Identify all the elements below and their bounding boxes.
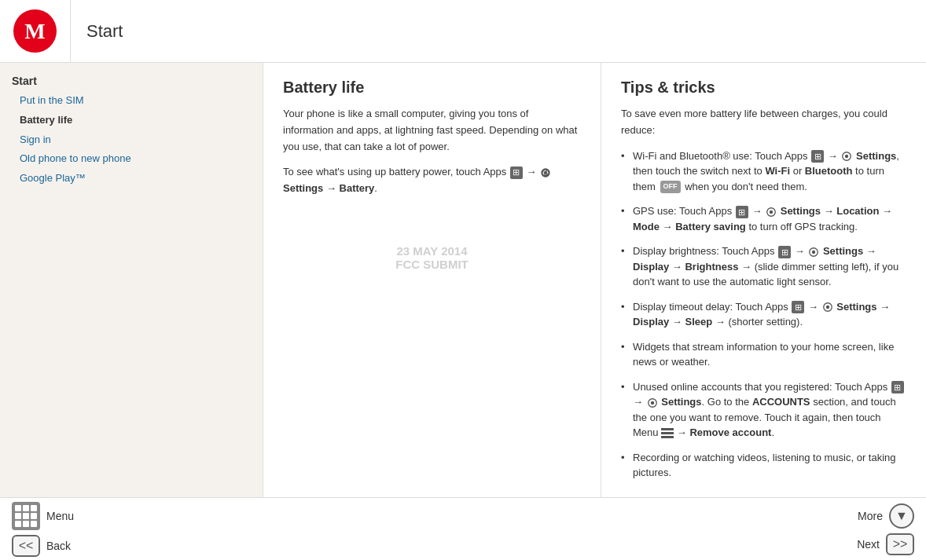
content-area: Battery life Your phone is like a small … (263, 63, 926, 497)
next-label: Next (857, 538, 880, 551)
grid-dot (23, 505, 29, 511)
menu-label: Menu (46, 510, 74, 522)
grid-dot (23, 513, 29, 519)
battery-para1: Your phone is like a small computer, giv… (283, 106, 581, 155)
motorola-m-letter: M (24, 19, 45, 44)
grid-dot (31, 521, 37, 527)
sidebar-item-google-play[interactable]: Google Play™ (12, 169, 255, 188)
off-badge: OFF (660, 181, 681, 193)
tips-bullet-list: Wi-Fi and Bluetooth® use: Touch Apps → S… (621, 148, 906, 481)
footer-right: More ▼ Next >> (857, 503, 914, 555)
svg-point-5 (812, 250, 815, 253)
list-item: GPS use: Touch Apps → Settings → Locatio… (621, 203, 906, 234)
tips-intro: To save even more battery life between c… (621, 106, 906, 139)
svg-point-3 (770, 210, 773, 213)
back-label: Back (46, 540, 71, 552)
battery-battery-label: → Battery (326, 182, 374, 194)
sidebar: Start Put in the SIM Battery life Sign i… (0, 63, 263, 497)
list-item: Recording or watching videos, listening … (621, 450, 906, 481)
grid-dot (31, 513, 37, 519)
list-item: Unused online accounts that you register… (621, 379, 906, 441)
menu-grid (15, 505, 37, 527)
tips-section-title: Tips & tricks (621, 79, 906, 97)
page-title: Start (71, 21, 123, 42)
tips-section: Tips & tricks To save even more battery … (601, 63, 926, 497)
list-item: Wi-Fi and Bluetooth® use: Touch Apps → S… (621, 148, 906, 195)
settings-icon-5 (647, 397, 658, 408)
settings-icon-1 (841, 151, 852, 162)
settings-icon-2 (766, 207, 777, 218)
list-item: Widgets that stream information to your … (621, 339, 906, 370)
settings-icon-4 (822, 302, 833, 313)
menu-icon (661, 432, 674, 434)
apps-icon (510, 167, 523, 179)
apps-icon-5 (891, 381, 904, 393)
footer-left: Menu << Back (12, 502, 74, 557)
battery-life-section: Battery life Your phone is like a small … (263, 63, 601, 497)
settings-gear-icon (540, 167, 551, 178)
battery-section-title: Battery life (283, 79, 581, 97)
apps-icon-1 (811, 150, 824, 163)
grid-dot (23, 521, 29, 527)
svg-point-9 (650, 401, 653, 404)
grid-dot (15, 505, 21, 511)
sidebar-item-put-in-sim[interactable]: Put in the SIM (12, 91, 255, 111)
sidebar-item-battery-life[interactable]: Battery life (12, 111, 255, 130)
list-item: Display brightness: Touch Apps → Setting… (621, 243, 906, 290)
menu-button[interactable]: Menu (12, 502, 74, 530)
footer: Menu << Back More ▼ Next >> (0, 497, 926, 560)
fcc-stamp: 23 MAY 2014 FCC SUBMIT (283, 244, 581, 271)
svg-point-7 (825, 306, 829, 309)
list-item: Display timeout delay: Touch Apps → Sett… (621, 299, 906, 330)
fcc-date: 23 MAY 2014 (283, 244, 581, 258)
apps-icon-4 (792, 301, 804, 313)
menu-grid-icon (12, 502, 40, 530)
apps-icon-2 (736, 206, 748, 218)
more-icon: ▼ (889, 503, 914, 529)
fcc-submit: FCC SUBMIT (283, 258, 581, 271)
main-layout: Start Put in the SIM Battery life Sign i… (0, 63, 926, 497)
grid-dot (15, 513, 21, 519)
sidebar-start-label: Start (12, 75, 255, 87)
logo-area: M (0, 0, 71, 63)
svg-point-1 (845, 155, 848, 158)
apps-icon-3 (778, 246, 791, 258)
header: M Start (0, 0, 926, 63)
settings-icon-3 (808, 247, 819, 258)
back-icon: << (12, 535, 40, 557)
next-icon: >> (886, 533, 914, 555)
more-button[interactable]: More ▼ (858, 503, 914, 529)
sidebar-item-old-phone[interactable]: Old phone to new phone (12, 149, 255, 169)
motorola-logo: M (13, 9, 57, 53)
battery-para2: To see what's using up battery power, to… (283, 164, 581, 197)
sidebar-item-sign-in[interactable]: Sign in (12, 130, 255, 150)
next-button[interactable]: Next >> (857, 533, 914, 555)
battery-settings-label: Settings (283, 182, 323, 194)
more-label: More (858, 510, 883, 522)
back-button[interactable]: << Back (12, 535, 74, 557)
grid-dot (31, 505, 37, 511)
grid-dot (15, 521, 21, 527)
